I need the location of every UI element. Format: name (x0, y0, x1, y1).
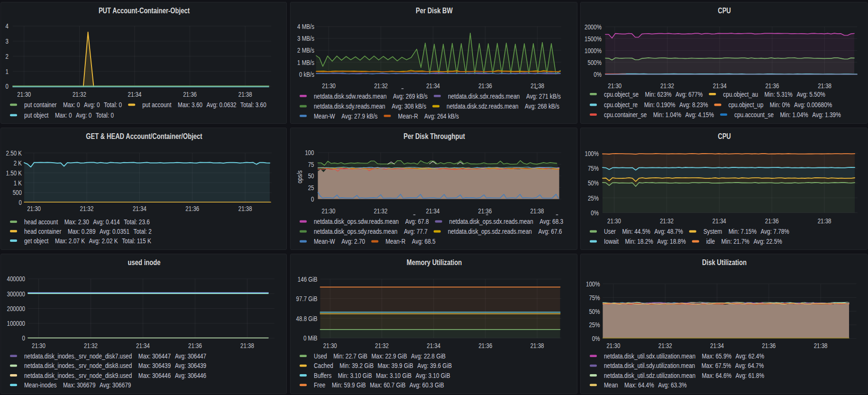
svg-text:75: 75 (308, 160, 314, 168)
svg-text:Mean-W: Mean-W (314, 237, 335, 245)
svg-text:Avg: 268 kB/s: Avg: 268 kB/s (525, 102, 559, 110)
svg-text:200000: 200000 (7, 304, 26, 312)
svg-text:21:36: 21:36 (762, 341, 776, 349)
svg-text:2 MB/s: 2 MB/s (297, 46, 314, 54)
svg-text:User: User (604, 227, 616, 235)
svg-text:1: 1 (6, 67, 9, 75)
svg-text:21:32: 21:32 (660, 82, 674, 90)
svg-text:1 MB/s: 1 MB/s (297, 58, 314, 66)
svg-text:21:34: 21:34 (713, 217, 726, 225)
svg-text:21:34: 21:34 (427, 341, 440, 349)
svg-text:Used: Used (314, 352, 327, 360)
svg-text:Max: 39.9 GiB: Max: 39.9 GiB (378, 361, 413, 369)
svg-text:used inode: used inode (128, 258, 160, 267)
svg-text:Avg: 22.5%: Avg: 22.5% (753, 237, 782, 245)
svg-text:21:38: 21:38 (530, 341, 544, 349)
svg-text:21:36: 21:36 (188, 341, 202, 349)
svg-text:Avg: 67.8: Avg: 67.8 (405, 217, 429, 225)
svg-text:Max: 3.60: Max: 3.60 (178, 101, 202, 109)
svg-text:Min: 18.2%: Min: 18.2% (625, 237, 653, 245)
svg-text:2: 2 (6, 52, 9, 60)
svg-text:netdata.disk.sdw.reads.mean: netdata.disk.sdw.reads.mean (314, 92, 387, 100)
svg-text:50%: 50% (588, 179, 599, 187)
svg-text:netdata.disk_ops.sdw.reads.mea: netdata.disk_ops.sdw.reads.mean (314, 217, 399, 225)
svg-text:0 kB/s: 0 kB/s (299, 70, 314, 78)
svg-text:Avg: 1.39%: Avg: 1.39% (812, 110, 841, 119)
svg-text:Avg: 306679: Avg: 306679 (100, 381, 131, 389)
svg-text:21:32: 21:32 (374, 82, 388, 90)
svg-text:Total: 115 K: Total: 115 K (122, 237, 151, 245)
svg-text:Avg: 77.7: Avg: 77.7 (404, 227, 428, 235)
svg-text:21:34: 21:34 (133, 204, 146, 212)
svg-text:Min: 1.04%: Min: 1.04% (653, 110, 681, 119)
svg-text:Avg: 68.3: Avg: 68.3 (539, 217, 563, 225)
svg-text:Avg: 63.3%: Avg: 63.3% (658, 381, 686, 389)
svg-text:netdata.disk_inodes._srv_node_: netdata.disk_inodes._srv_node_disk8.used (24, 361, 132, 369)
svg-text:21:34: 21:34 (710, 341, 724, 349)
svg-text:21:30: 21:30 (27, 204, 41, 212)
svg-text:cpu.object_re: cpu.object_re (604, 101, 638, 109)
svg-text:21:38: 21:38 (814, 341, 828, 349)
svg-text:100: 100 (305, 148, 314, 156)
svg-text:Max: 64.4%: Max: 64.4% (624, 381, 654, 389)
svg-text:21:38: 21:38 (818, 82, 831, 90)
svg-text:netdata.disk_util.sdy.utilizat: netdata.disk_util.sdy.utilization.mean (604, 361, 695, 369)
svg-text:Total: 23.6: Total: 23.6 (124, 218, 150, 226)
svg-text:21:38: 21:38 (238, 90, 252, 98)
svg-text:1.50 K: 1.50 K (6, 169, 22, 177)
svg-text:50: 50 (308, 172, 314, 180)
svg-text:21:32: 21:32 (80, 204, 94, 212)
svg-text:PUT Account-Container-Object: PUT Account-Container-Object (99, 6, 190, 15)
svg-text:Min: 21.7%: Min: 21.7% (722, 237, 749, 245)
svg-text:Min: 59.9 GiB: Min: 59.9 GiB (332, 381, 366, 389)
svg-text:put account: put account (142, 101, 172, 109)
svg-text:Avg: 0.414: Avg: 0.414 (93, 218, 120, 226)
svg-text:21:34: 21:34 (713, 82, 727, 90)
svg-text:Total: 0: Total: 0 (104, 101, 122, 109)
svg-text:Mean-W: Mean-W (314, 112, 335, 120)
svg-text:0 MiB: 0 MiB (303, 334, 318, 342)
svg-text:Iowait: Iowait (604, 237, 619, 245)
svg-text:100000: 100000 (7, 319, 26, 327)
svg-text:netdata.disk_ops.sdy.reads.mea: netdata.disk_ops.sdy.reads.mean (314, 227, 397, 235)
svg-text:Per Disk BW: Per Disk BW (416, 6, 453, 15)
svg-text:2000%: 2000% (585, 23, 602, 31)
svg-text:21:34: 21:34 (128, 90, 142, 98)
svg-text:Min: 39.2 GiB: Min: 39.2 GiB (339, 361, 374, 369)
svg-text:Buffers: Buffers (314, 371, 331, 379)
svg-text:25%: 25% (588, 194, 599, 202)
svg-text:cpu.object_au: cpu.object_au (723, 90, 758, 98)
svg-text:Avg: 18.8%: Avg: 18.8% (657, 237, 685, 245)
svg-text:Max: 306679: Max: 306679 (63, 381, 96, 389)
svg-text:Avg: 5.50%: Avg: 5.50% (796, 90, 825, 98)
svg-text:3: 3 (6, 37, 9, 45)
svg-text:Avg: 306447: Avg: 306447 (175, 352, 206, 360)
svg-text:25%: 25% (589, 321, 600, 329)
svg-text:Max: 306439: Max: 306439 (138, 361, 171, 369)
svg-text:Max: 65.9%: Max: 65.9% (702, 352, 732, 360)
svg-text:21:34: 21:34 (426, 207, 440, 215)
svg-text:Max: 2.30: Max: 2.30 (64, 218, 89, 226)
svg-text:netdata.disk_ops.sdz.reads.mea: netdata.disk_ops.sdz.reads.mean (448, 227, 532, 235)
svg-text:netdata.disk.sdz.reads.mean: netdata.disk.sdz.reads.mean (447, 102, 519, 110)
svg-text:21:30: 21:30 (322, 82, 336, 90)
svg-text:Avg: 0: Avg: 0 (84, 101, 100, 109)
svg-text:Max: 306447: Max: 306447 (138, 352, 171, 360)
svg-text:Total: 0: Total: 0 (96, 111, 114, 119)
svg-text:CPU: CPU (718, 132, 731, 141)
svg-text:Avg: 306446: Avg: 306446 (175, 371, 206, 379)
svg-text:75%: 75% (589, 294, 600, 302)
svg-text:21:34: 21:34 (136, 341, 150, 349)
svg-text:Avg: 0.00680%: Avg: 0.00680% (794, 101, 832, 109)
svg-text:netdata.disk_util.sdz.utilizat: netdata.disk_util.sdz.utilization.mean (604, 371, 695, 379)
svg-text:48.8 GiB: 48.8 GiB (296, 314, 318, 322)
svg-text:Avg: 2.70: Avg: 2.70 (341, 237, 365, 245)
svg-text:0: 0 (22, 334, 25, 342)
svg-text:netdata.disk.sdx.reads.mean: netdata.disk.sdx.reads.mean (448, 92, 520, 100)
svg-text:Free: Free (314, 381, 325, 389)
svg-text:21:32: 21:32 (658, 341, 672, 349)
svg-text:Avg: 48.7%: Avg: 48.7% (654, 227, 683, 235)
svg-text:netdata.disk_util.sdx.utilizat: netdata.disk_util.sdx.utilization.mean (604, 352, 695, 360)
svg-text:0: 0 (6, 82, 9, 90)
svg-text:Avg: 8.23%: Avg: 8.23% (679, 101, 708, 109)
